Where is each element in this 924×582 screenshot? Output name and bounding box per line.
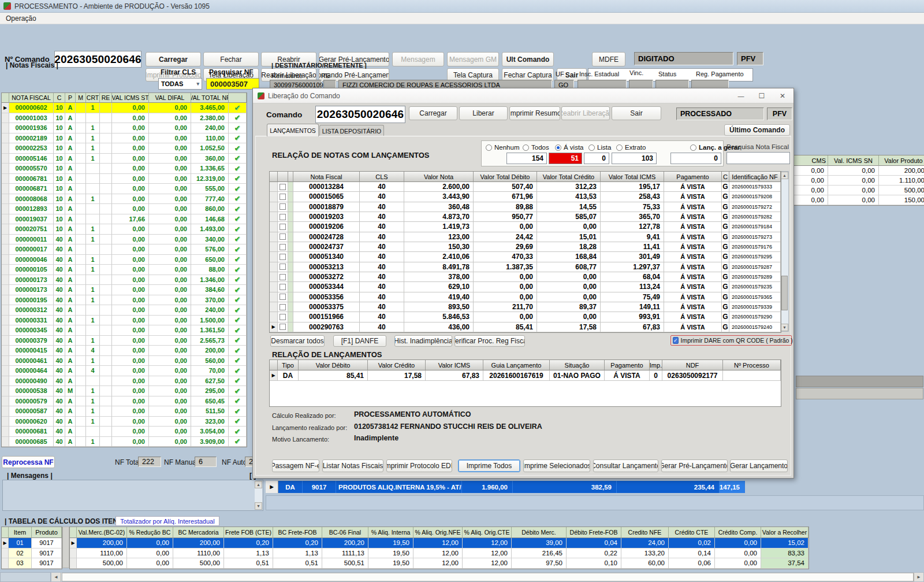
scroll-up-icon[interactable]: ▲ <box>255 481 262 488</box>
scroll-left-icon[interactable]: ◄ <box>51 573 61 581</box>
table-row[interactable]: 00000004640A10,000,00650,00✔ <box>2 255 247 265</box>
dialog-button-carregar[interactable]: Carregar <box>409 106 457 120</box>
table-row[interactable]: 00000033140A10,000,001.500,00✔ <box>2 316 247 326</box>
table-row[interactable]: 00000046440A40,000,0070,00✔ <box>2 366 247 376</box>
table-row[interactable]: 00000557010A0,000,001.336,65✔ <box>2 164 247 174</box>
table-row[interactable]: 00000010540A10,000,0088,00✔ <box>2 265 247 275</box>
dialog-button-imprimir-protocolo-edf[interactable]: imprimir Protocolo EDF <box>386 459 452 472</box>
table-row[interactable]: 00000031240A0,000,00240,00✔ <box>2 305 247 316</box>
table-row[interactable]: 000019203404.873,70950,77585,07365,70Á V… <box>270 212 781 222</box>
table-row[interactable]: 00001289310A0,000,00860,00✔ <box>2 204 247 214</box>
table-row[interactable]: 00000034540A0,000,001.361,50✔ <box>2 325 247 336</box>
toolbar-button-mensagem-gm[interactable]: Mensagem GM <box>447 52 499 66</box>
dialog-button-imprimir-resumo[interactable]: Imprimir Resumo <box>509 106 560 120</box>
mdfe-button[interactable]: MDFE <box>592 52 625 66</box>
table-row[interactable]: 00000041540A40,000,00200,00✔ <box>2 346 247 356</box>
scroll-thumb[interactable] <box>62 573 914 581</box>
radio-a-vista[interactable]: Á vista <box>555 144 584 151</box>
table-row[interactable]: 000051340402.410,06470,33168,84301,49Á V… <box>270 252 781 262</box>
table-row[interactable]: 0,000,00500,00 <box>793 186 924 195</box>
radio-extrato[interactable]: Extrato <box>616 144 646 151</box>
table-row[interactable]: 00000062040A10,000,00323,00✔ <box>2 417 247 427</box>
tab-lista-depositario[interactable]: LISTA DEPOSITÁRIO <box>319 125 384 136</box>
table-row[interactable]: 00002473740150,3029,6918,2811,41Á VISTAG… <box>270 242 781 252</box>
table-row[interactable]: 000053213408.491,781.387,35608,771.297,3… <box>270 262 781 272</box>
radio-todos[interactable]: Todos <box>523 144 549 151</box>
table-row[interactable]: 00000514610A10,000,00360,00✔ <box>2 154 247 164</box>
radio-icon[interactable] <box>616 144 623 151</box>
table-row[interactable]: 00000678110A0,000,0012.319,00✔ <box>2 174 247 184</box>
dialog-button-sair[interactable]: Sair <box>612 106 661 120</box>
dialog-button-passagem-nf-e[interactable]: Passagem NF-e <box>272 459 319 472</box>
table-row[interactable]: 00000017340A10,000,00384,60✔ <box>2 285 247 295</box>
table-row[interactable]: 00005337540893,50211,7089,37149,11Á VIST… <box>270 302 781 312</box>
toolbar-button-fechar[interactable]: Fechar <box>203 52 259 66</box>
row-checkbox[interactable] <box>278 222 288 232</box>
dialog-button-f1-danfe[interactable]: [F1] DANFE <box>333 335 386 347</box>
table-row[interactable]: 00000001740A0,000,00576,00✔ <box>2 244 247 255</box>
table-row[interactable]: 00005334440629,100,000,00113,24Á VISTAG2… <box>270 282 781 292</box>
dialog-button-reabrir-liberac-a-o[interactable]: Reabrir Liberação <box>561 106 610 120</box>
comando-input[interactable]: 20263050020646 <box>54 51 141 68</box>
dialog-button-hist-inadimple-ncia[interactable]: Hist. Inadimplência <box>394 335 452 347</box>
scroll-up-icon[interactable]: ▲ <box>781 172 788 179</box>
toolbar-button-carregar[interactable]: Carregar <box>146 52 201 66</box>
row-checkbox[interactable] <box>278 262 288 272</box>
dialog-button-desmarcar-todos[interactable]: Desmarcar todos <box>270 335 325 347</box>
table-row[interactable]: 000015065403.443,90671,96413,53258,43Á V… <box>270 192 781 202</box>
table-row[interactable]: 0,000,001.110,00 <box>793 176 924 186</box>
da-summary-row[interactable]: ▶DA9017PRODUTOS ALIQ.INTERNA 19,5% - AT/… <box>266 481 745 493</box>
row-checkbox[interactable] <box>278 322 288 332</box>
table-row[interactable]: 00001903710A17,660,00146,68✔ <box>2 214 247 225</box>
table-row[interactable]: 00000019540A10,000,00370,00✔ <box>2 295 247 306</box>
table-row[interactable]: 00000037940A10,000,002.565,73✔ <box>2 336 247 346</box>
table-row[interactable]: 00000017340A0,000,001.346,00✔ <box>2 275 247 286</box>
radio-icon[interactable] <box>588 144 595 151</box>
toolbar-button-mensagem[interactable]: Mensagem <box>392 52 444 66</box>
table-row[interactable]: 00000057940A10,000,00650,45✔ <box>2 396 247 407</box>
dare-checkbox-group[interactable]: ✓ Imprimir DARE com QR CODE ( Padrão ) <box>670 335 792 346</box>
table-row[interactable]: 00001887940360,4889,8814,5575,33Á VISTAG… <box>270 202 781 212</box>
table-row[interactable]: 1110,000,001110,001,131,131111,1319,5012… <box>70 548 808 559</box>
dialog-comando-input[interactable]: 20263050020646 <box>315 106 405 123</box>
dialog-button-listar-notas-fiscais[interactable]: Listar Notas Fiscais <box>322 459 383 472</box>
filtrar-cls-select[interactable]: TODAS ▾ <box>158 78 202 90</box>
totalizador-link-box[interactable]: Totalizador por Alíq. Interestadual <box>116 516 219 526</box>
table-row[interactable]: 00000225310A10,000,001.052,50✔ <box>2 143 247 154</box>
scroll-down-icon[interactable]: ▼ <box>255 502 262 510</box>
row-checkbox[interactable] <box>278 202 288 212</box>
table-row[interactable]: 500,000,00500,000,510,51500,5119,5012,00… <box>70 558 808 569</box>
radio-icon[interactable] <box>555 144 561 151</box>
row-checkbox[interactable] <box>278 232 288 242</box>
scroll-thumb[interactable] <box>781 276 788 310</box>
close-icon[interactable]: ✕ <box>774 92 791 100</box>
dialog-table-scrollbar[interactable]: ▲ ▼ <box>780 171 789 332</box>
row-checkbox[interactable] <box>278 282 288 292</box>
table-row[interactable]: 00000100310A0,000,002.380,00✔ <box>2 113 247 124</box>
table-row[interactable]: 00000046140A10,000,00560,00✔ <box>2 356 247 366</box>
scroll-down-icon[interactable]: ▼ <box>781 324 788 331</box>
dialog-button-imprime-todos[interactable]: Imprime Todos <box>458 459 520 472</box>
ultimo-comando-button[interactable]: Último Comando <box>724 124 790 136</box>
tab-lancamentos[interactable]: LANÇAMENTOS <box>267 124 319 136</box>
radio-nenhum[interactable]: Nenhum <box>486 144 519 151</box>
dialog-button-gerar-lanc-amento[interactable]: Gerar Lançamento <box>730 459 788 472</box>
table-row[interactable]: 00000049040A0,000,00627,50✔ <box>2 376 247 387</box>
scroll-right-icon[interactable]: ► <box>914 573 923 581</box>
dialog-button-liberar[interactable]: Liberar <box>459 106 508 120</box>
table-row[interactable]: 0,000,00200,00 <box>793 166 924 176</box>
row-checkbox[interactable] <box>278 212 288 222</box>
table-row[interactable]: 00000218910A10,000,00110,00✔ <box>2 134 247 144</box>
table-row[interactable]: 00000687110A0,000,00555,00✔ <box>2 184 247 194</box>
table-row[interactable]: 00002075110A10,000,001.493,00✔ <box>2 224 247 235</box>
table-row[interactable]: 00000058740A10,000,00511,50✔ <box>2 406 247 417</box>
table-row[interactable]: 029017 <box>2 548 62 559</box>
table-row[interactable]: 00000193610A10,000,00240,00✔ <box>2 123 247 134</box>
table-row[interactable]: 00002472840123,0024,4215,019,41Á VISTAG2… <box>270 232 781 242</box>
table-row[interactable]: ▶DA85,4117,5867,832026160016761901-NAO P… <box>270 370 781 381</box>
dialog-button-gerar-pre-lanc-amento[interactable]: Gerar Pré-Lançamento <box>661 459 728 472</box>
table-row[interactable]: ▶00000060210A10,000,003.465,00✔ <box>2 103 247 113</box>
menu-operacao[interactable]: Operação <box>6 14 36 23</box>
totalizador-link[interactable]: Totalizador por Alíq. Interestadual <box>120 518 214 525</box>
pesquisa-nota-fiscal-input[interactable] <box>726 152 790 164</box>
